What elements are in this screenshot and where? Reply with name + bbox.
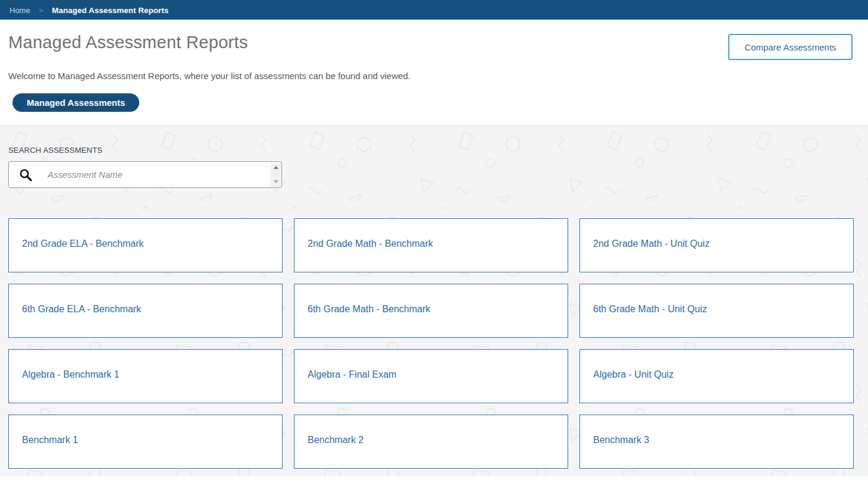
compare-assessments-button[interactable]: Compare Assessments xyxy=(728,34,853,60)
scroll-down-icon[interactable] xyxy=(274,180,278,183)
assessment-card-label: Benchmark 2 xyxy=(308,435,364,445)
assessment-card-label: 2nd Grade Math - Unit Quiz xyxy=(593,238,710,249)
page-subtitle: Welcome to Managed Assessment Reports, w… xyxy=(8,71,853,81)
breadcrumb-home-link[interactable]: Home xyxy=(10,6,30,15)
assessment-card-label: Benchmark 3 xyxy=(593,435,649,445)
assessment-card-label: 6th Grade Math - Benchmark xyxy=(308,304,430,315)
page-title: Managed Assessment Reports xyxy=(8,33,248,52)
search-input[interactable] xyxy=(33,162,270,187)
breadcrumb: Home > Managed Assessment Reports xyxy=(10,5,168,15)
tab-managed-assessments[interactable]: Managed Assessments xyxy=(12,93,139,112)
assessment-card[interactable]: 6th Grade Math - Unit Quiz xyxy=(579,284,854,338)
search-icon xyxy=(18,168,33,182)
assessment-card-label: Algebra - Final Exam xyxy=(308,369,396,380)
assessment-card-label: Benchmark 1 xyxy=(22,435,78,445)
assessment-card[interactable]: Benchmark 2 xyxy=(294,415,568,469)
assessment-card[interactable]: Benchmark 1 xyxy=(8,415,283,469)
assessment-card-label: 6th Grade ELA - Benchmark xyxy=(22,304,141,315)
topbar: Home > Managed Assessment Reports xyxy=(0,0,868,20)
assessment-card-label: Algebra - Unit Quiz xyxy=(593,369,673,380)
search-box xyxy=(8,161,282,188)
assessment-card[interactable]: 2nd Grade Math - Unit Quiz xyxy=(579,218,854,272)
assessment-grid: 2nd Grade ELA - Benchmark 2nd Grade Math… xyxy=(8,218,854,469)
assessment-card[interactable]: Algebra - Benchmark 1 xyxy=(8,349,283,403)
assessment-card[interactable]: Algebra - Final Exam xyxy=(294,349,568,403)
assessment-card-label: Algebra - Benchmark 1 xyxy=(22,369,120,380)
assessment-card[interactable]: 6th Grade Math - Benchmark xyxy=(294,284,568,338)
scroll-up-icon[interactable] xyxy=(274,166,278,169)
assessment-card-label: 2nd Grade Math - Benchmark xyxy=(308,238,433,249)
breadcrumb-separator: > xyxy=(39,6,43,15)
page-header: Managed Assessment Reports Compare Asses… xyxy=(0,33,868,125)
main-content: SEARCH ASSESSMENTS 2nd Grade ELA - Bench… xyxy=(0,125,868,476)
assessment-card[interactable]: 6th Grade ELA - Benchmark xyxy=(8,284,283,338)
input-scrollbar[interactable] xyxy=(271,162,281,187)
assessment-card[interactable]: 2nd Grade Math - Benchmark xyxy=(294,218,568,272)
assessment-card-label: 2nd Grade ELA - Benchmark xyxy=(22,238,144,249)
search-assessments-label: SEARCH ASSESSMENTS xyxy=(8,146,854,155)
assessment-card[interactable]: Algebra - Unit Quiz xyxy=(579,349,854,403)
assessment-card[interactable]: Benchmark 3 xyxy=(579,415,854,469)
assessment-card-label: 6th Grade Math - Unit Quiz xyxy=(593,304,707,315)
assessment-card[interactable]: 2nd Grade ELA - Benchmark xyxy=(8,218,283,272)
breadcrumb-current: Managed Assessment Reports xyxy=(52,6,168,15)
content-area: SEARCH ASSESSMENTS 2nd Grade ELA - Bench… xyxy=(0,126,868,469)
